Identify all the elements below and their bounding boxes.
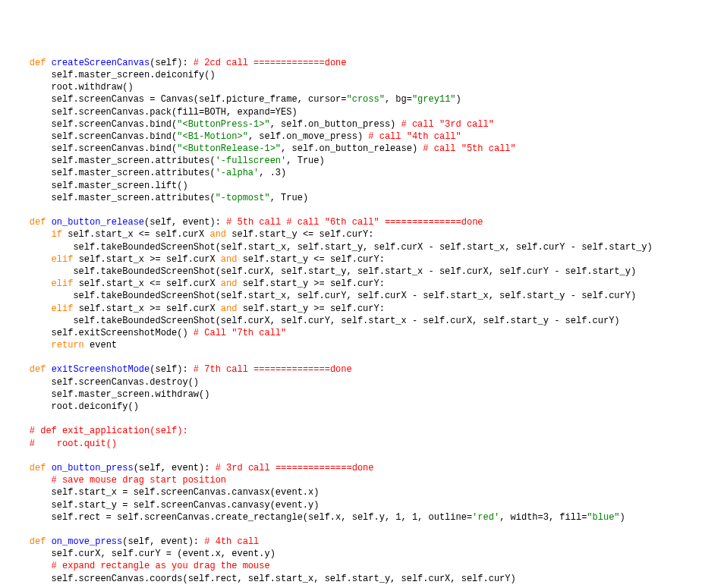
code-block: def createScreenCanvas(self): # 2cd call… <box>8 57 713 588</box>
line: self.takeBoundedScreenShot(self.curX, se… <box>8 316 620 326</box>
line: self.exitScreenshotMode() # Call "7th ca… <box>8 328 286 338</box>
line: self.screenCanvas.bind("<ButtonPress-1>"… <box>8 119 494 130</box>
line: self.screenCanvas.bind("<B1-Motion>", se… <box>8 131 461 142</box>
line: self.takeBoundedScreenShot(self.start_x,… <box>8 291 636 301</box>
line: self.screenCanvas.bind("<ButtonRelease-1… <box>8 143 516 154</box>
line: root.deiconify() <box>8 401 139 412</box>
line: self.master_screen.lift() <box>8 181 188 191</box>
line: def on_button_release(self, event): # 5t… <box>8 217 483 228</box>
line: root.withdraw() <box>8 82 134 93</box>
line: self.start_y = self.screenCanvas.canvasy… <box>8 500 319 511</box>
line: def on_button_press(self, event): # 3rd … <box>8 463 374 473</box>
line: self.curX, self.curY = (event.x, event.y… <box>8 549 275 559</box>
keyword-def: def <box>30 58 52 68</box>
line: # save mouse drag start position <box>8 475 226 486</box>
line: def exitScreenshotMode(self): # 7th call… <box>8 364 352 375</box>
blank-line <box>8 413 13 424</box>
line: def on_move_press(self, event): # 4th ca… <box>8 536 259 547</box>
line: self.rect = self.screenCanvas.create_rec… <box>8 512 625 523</box>
blank-line <box>8 352 13 363</box>
params: (self): <box>150 58 194 68</box>
line: self.screenCanvas.destroy() <box>8 377 199 388</box>
line: elif self.start_x >= self.curX and self.… <box>8 303 385 314</box>
line: self.master_screen.withdraw() <box>8 389 209 400</box>
blank-line <box>8 451 13 461</box>
line: self.master_screen.attributes("-topmost"… <box>8 193 308 203</box>
line: # expand rectangle as you drag the mouse <box>8 561 270 571</box>
line: if self.start_x <= self.curX and self.st… <box>8 229 374 240</box>
line: # root.quit() <box>8 439 117 449</box>
line: self.takeBoundedScreenShot(self.curX, se… <box>8 266 636 277</box>
line: self.takeBoundedScreenShot(self.start_x,… <box>8 242 653 253</box>
line: self.screenCanvas.pack(fill=BOTH, expand… <box>8 107 298 118</box>
comment: # 2cd call =============done <box>194 58 347 68</box>
line: return event <box>8 340 117 351</box>
line: def createScreenCanvas(self): # 2cd call… <box>8 58 347 68</box>
line: # def exit_application(self): <box>8 426 188 436</box>
line: self.start_x = self.screenCanvas.canvasx… <box>8 487 319 498</box>
line: self.master_screen.deiconify() <box>8 70 216 80</box>
blank-line <box>8 524 13 535</box>
line: self.screenCanvas.coords(self.rect, self… <box>8 574 516 584</box>
line: self.master_screen.attributes('-fullscre… <box>8 156 325 166</box>
line: self.screenCanvas = Canvas(self.picture_… <box>8 94 461 105</box>
blank-line <box>8 205 13 215</box>
line: elif self.start_x <= self.curX and self.… <box>8 278 385 289</box>
func-name: createScreenCanvas <box>52 58 150 68</box>
line: self.master_screen.attributes('-alpha', … <box>8 168 286 178</box>
line: elif self.start_x >= self.curX and self.… <box>8 254 385 265</box>
